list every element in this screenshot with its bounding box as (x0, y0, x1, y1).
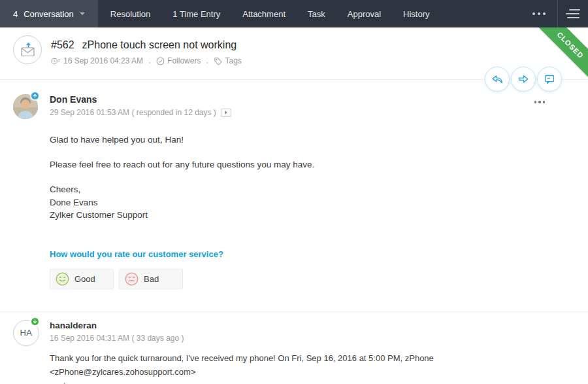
body-line: Glad to have helped you out, Han! (50, 133, 575, 146)
body-line: wrote: (50, 379, 575, 384)
message-author: hanalderan (50, 320, 575, 331)
conversation-count: 4 (13, 9, 18, 19)
nav-right-group (521, 0, 588, 27)
tab-history[interactable]: History (393, 0, 439, 27)
message-options-ellipsis-icon[interactable] (532, 98, 548, 106)
message-timestamp: 16 Sep 2016 04:31 AM ( 33 days ago ) (50, 333, 184, 343)
incoming-badge-icon (30, 317, 40, 326)
forward-button[interactable] (511, 67, 536, 92)
comment-bubble-icon (542, 72, 557, 86)
ticket-summary: #562zPhone touch screen not working 16 S… (51, 35, 588, 65)
body-line: Please feel free to reach out for any fu… (50, 158, 575, 171)
message-timestamp-row: 29 Sep 2016 01:53 AM ( responded in 12 d… (50, 107, 575, 118)
message-body: Glad to have helped you out, Han! Please… (50, 133, 575, 222)
outgoing-badge-icon (30, 91, 40, 101)
dot-separator (149, 62, 150, 63)
body-line: Zylker Customer Support (50, 209, 575, 222)
forward-arrow-icon (516, 72, 531, 86)
ticket-subject: zPhone touch screen not working (82, 39, 237, 50)
ticket-tabs-bar: 4 Conversation Resolution 1 Time Entry A… (0, 0, 588, 27)
body-line: Cheers, (50, 183, 575, 196)
dot-separator (206, 62, 208, 63)
ticket-meta-row: 16 Sep 2016 04:23 AM Followers Tags (51, 56, 588, 65)
rate-bad-button[interactable]: Bad (119, 269, 183, 289)
message-actions (485, 67, 562, 92)
rate-good-button[interactable]: Good (50, 269, 114, 289)
tab-conversation[interactable]: 4 Conversation (0, 0, 98, 27)
ticket-title: #562zPhone touch screen not working (51, 35, 588, 51)
tab-attachment[interactable]: Attachment (233, 0, 295, 27)
hamburger-icon[interactable] (558, 0, 588, 27)
message-thread-item-customer: HA hanalderan 16 Sep 2016 04:31 AM ( 33 … (0, 312, 588, 384)
tab-task[interactable]: Task (298, 0, 335, 27)
body-line: Thank you for the quick turnaround, I've… (50, 351, 575, 379)
message-timestamp: 29 Sep 2016 01:53 AM ( responded in 12 d… (50, 107, 216, 118)
tags-button[interactable]: Tags (214, 56, 241, 65)
reply-button[interactable] (485, 67, 510, 92)
mail-sent-icon (13, 35, 42, 64)
followers-button[interactable]: Followers (156, 56, 201, 65)
comment-button[interactable] (537, 67, 562, 92)
tab-resolution[interactable]: Resolution (101, 0, 160, 27)
body-line: Done Evans (50, 196, 575, 209)
tab-time-entry[interactable]: 1 Time Entry (163, 0, 230, 27)
smiley-happy-icon (56, 272, 69, 286)
check-circle-icon (156, 57, 165, 65)
tab-approval[interactable]: Approval (338, 0, 391, 27)
ticket-detail-page: 4 Conversation Resolution 1 Time Entry A… (0, 0, 588, 384)
ticket-id: #562 (51, 39, 74, 50)
tab-conversation-label: Conversation (24, 9, 74, 19)
message-timestamp-row: 16 Sep 2016 04:31 AM ( 33 days ago ) (50, 333, 575, 343)
tag-icon (214, 57, 222, 65)
created-time: 16 Sep 2016 04:23 AM (51, 56, 143, 65)
rating-options: Good Bad (50, 269, 575, 289)
smiley-sad-icon (125, 272, 139, 286)
expand-details-button[interactable] (221, 109, 231, 117)
reply-arrow-icon (490, 72, 504, 86)
message-author: Don Evans (50, 94, 575, 105)
history-clock-icon (51, 57, 61, 65)
caret-right-icon (225, 111, 227, 114)
message-body: Thank you for the quick turnaround, I've… (50, 351, 575, 384)
ellipsis-icon[interactable] (521, 0, 557, 27)
message-thread-item-agent: Don Evans 29 Sep 2016 01:53 AM ( respond… (0, 80, 588, 312)
rating-prompt-link[interactable]: How would you rate our customer service? (50, 249, 223, 259)
chevron-down-icon (80, 12, 85, 15)
